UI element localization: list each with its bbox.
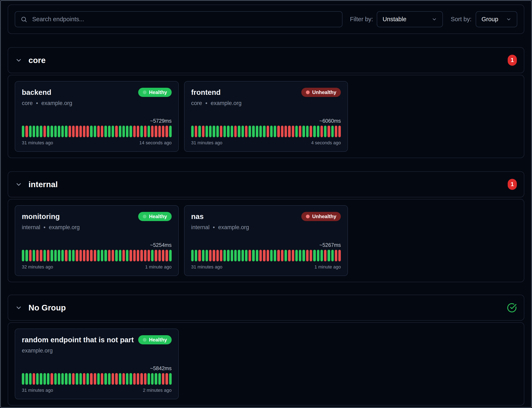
history-bar[interactable] bbox=[331, 250, 334, 261]
history-bar[interactable] bbox=[299, 126, 301, 137]
history-bar[interactable] bbox=[259, 250, 262, 261]
history-bar[interactable] bbox=[169, 373, 172, 385]
history-bar[interactable] bbox=[86, 373, 89, 385]
history-bar[interactable] bbox=[245, 126, 248, 137]
history-bar[interactable] bbox=[227, 250, 229, 261]
history-bar[interactable] bbox=[94, 373, 96, 385]
history-bar[interactable] bbox=[267, 126, 269, 137]
history-bar[interactable] bbox=[162, 373, 164, 385]
history-bar[interactable] bbox=[169, 126, 172, 137]
history-bar[interactable] bbox=[162, 250, 164, 261]
group-header[interactable]: core 1 bbox=[8, 47, 524, 73]
history-bar[interactable] bbox=[195, 250, 197, 261]
history-bar[interactable] bbox=[166, 126, 168, 137]
history-bar[interactable] bbox=[58, 373, 60, 385]
history-bar[interactable] bbox=[169, 250, 172, 261]
history-bar[interactable] bbox=[151, 373, 154, 385]
history-bar[interactable] bbox=[86, 126, 89, 137]
history-bar[interactable] bbox=[259, 126, 262, 137]
history-bar[interactable] bbox=[90, 126, 92, 137]
history-bar[interactable] bbox=[112, 250, 114, 261]
filter-select[interactable]: Unstable bbox=[377, 11, 443, 27]
history-bar[interactable] bbox=[97, 373, 100, 385]
history-bar[interactable] bbox=[69, 373, 71, 385]
history-bar[interactable] bbox=[198, 250, 201, 261]
history-bar[interactable] bbox=[284, 126, 287, 137]
history-bar[interactable] bbox=[115, 250, 118, 261]
history-bar[interactable] bbox=[79, 373, 82, 385]
history-bar[interactable] bbox=[94, 250, 96, 261]
history-bar[interactable] bbox=[320, 250, 323, 261]
history-bar[interactable] bbox=[72, 126, 75, 137]
history-bar[interactable] bbox=[79, 250, 82, 261]
history-bar[interactable] bbox=[54, 126, 57, 137]
history-bar[interactable] bbox=[140, 250, 143, 261]
history-bar[interactable] bbox=[277, 126, 280, 137]
history-bar[interactable] bbox=[104, 373, 107, 385]
history-bar[interactable] bbox=[65, 126, 67, 137]
history-bar[interactable] bbox=[22, 373, 24, 385]
history-bar[interactable] bbox=[33, 126, 35, 137]
history-bar[interactable] bbox=[310, 250, 312, 261]
history-bar[interactable] bbox=[36, 126, 39, 137]
history-bar[interactable] bbox=[209, 126, 212, 137]
history-bar[interactable] bbox=[122, 126, 125, 137]
history-bar[interactable] bbox=[284, 250, 287, 261]
history-bar[interactable] bbox=[29, 126, 32, 137]
history-bar[interactable] bbox=[108, 250, 111, 261]
history-bar[interactable] bbox=[36, 373, 39, 385]
history-bar[interactable] bbox=[288, 250, 291, 261]
history-bar[interactable] bbox=[115, 126, 118, 137]
history-bar[interactable] bbox=[129, 126, 132, 137]
history-bar[interactable] bbox=[33, 373, 35, 385]
history-bar[interactable] bbox=[249, 250, 251, 261]
history-bar[interactable] bbox=[79, 126, 82, 137]
history-bar[interactable] bbox=[112, 126, 114, 137]
history-bar[interactable] bbox=[61, 373, 64, 385]
history-bar[interactable] bbox=[83, 250, 85, 261]
history-bar[interactable] bbox=[133, 250, 136, 261]
history-bar[interactable] bbox=[50, 250, 53, 261]
history-bar[interactable] bbox=[202, 250, 205, 261]
history-bar[interactable] bbox=[122, 373, 125, 385]
history-bar[interactable] bbox=[40, 250, 42, 261]
history-bar[interactable] bbox=[335, 250, 337, 261]
history-bar[interactable] bbox=[76, 250, 78, 261]
history-bar[interactable] bbox=[58, 250, 60, 261]
history-bar[interactable] bbox=[72, 373, 75, 385]
history-bar[interactable] bbox=[202, 126, 205, 137]
history-bar[interactable] bbox=[158, 250, 161, 261]
history-bar[interactable] bbox=[119, 373, 121, 385]
group-header[interactable]: internal 1 bbox=[8, 171, 524, 197]
sort-select[interactable]: Group bbox=[476, 11, 517, 27]
history-bar[interactable] bbox=[61, 126, 64, 137]
history-bar[interactable] bbox=[274, 250, 276, 261]
history-bar[interactable] bbox=[76, 373, 78, 385]
history-bar[interactable] bbox=[263, 126, 265, 137]
history-bar[interactable] bbox=[155, 250, 157, 261]
history-bar[interactable] bbox=[25, 373, 28, 385]
history-bar[interactable] bbox=[90, 373, 92, 385]
history-bar[interactable] bbox=[166, 250, 168, 261]
history-bar[interactable] bbox=[292, 126, 294, 137]
history-bar[interactable] bbox=[69, 126, 71, 137]
history-bar[interactable] bbox=[327, 126, 330, 137]
history-bar[interactable] bbox=[270, 126, 273, 137]
history-bar[interactable] bbox=[25, 126, 28, 137]
history-bar[interactable] bbox=[256, 126, 258, 137]
endpoint-card[interactable]: backend Healthy core • example.org ~5729… bbox=[15, 81, 179, 152]
history-bar[interactable] bbox=[33, 250, 35, 261]
history-bar[interactable] bbox=[140, 126, 143, 137]
history-bar[interactable] bbox=[97, 250, 100, 261]
history-bar[interactable] bbox=[206, 126, 208, 137]
history-bar[interactable] bbox=[292, 250, 294, 261]
history-bar[interactable] bbox=[338, 126, 341, 137]
history-bar[interactable] bbox=[148, 126, 150, 137]
history-bar[interactable] bbox=[191, 126, 194, 137]
history-bar[interactable] bbox=[104, 250, 107, 261]
history-bar[interactable] bbox=[115, 373, 118, 385]
history-bar[interactable] bbox=[22, 126, 24, 137]
history-bar[interactable] bbox=[54, 250, 57, 261]
history-bar[interactable] bbox=[69, 250, 71, 261]
history-bar[interactable] bbox=[206, 250, 208, 261]
